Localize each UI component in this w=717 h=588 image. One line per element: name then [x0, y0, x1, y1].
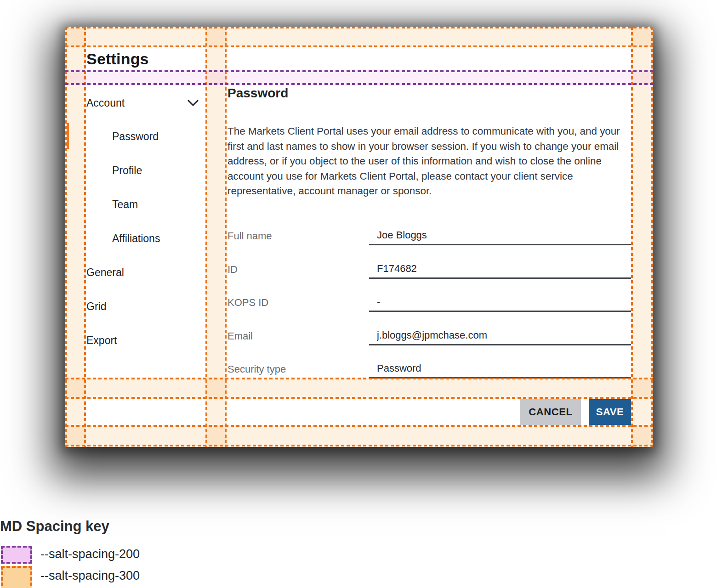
kops-id-field[interactable]: [377, 296, 631, 308]
sidebar-item-label: Affiliations: [112, 232, 160, 245]
sidebar-item-label: General: [86, 266, 124, 279]
field-label: Full name: [228, 229, 369, 242]
sidebar-item-export[interactable]: Export: [86, 330, 199, 351]
form-row-security-type: Security type: [228, 362, 631, 379]
form-row-email: Email: [228, 329, 631, 345]
legend-label-spacing-300: --salt-spacing-300: [40, 569, 140, 583]
input-underline: [369, 362, 631, 379]
sidebar-item-grid[interactable]: Grid: [86, 296, 199, 317]
sidebar-item-label: Export: [86, 334, 117, 347]
legend-swatch-spacing-200: [1, 546, 32, 564]
panel-heading: Password: [228, 86, 288, 101]
form-row-kops-id: KOPS ID: [228, 295, 631, 312]
sidebar-item-label: Password: [112, 130, 159, 143]
panel-description: The Markets Client Portal uses your emai…: [228, 124, 630, 199]
id-field[interactable]: [377, 263, 631, 275]
field-label: KOPS ID: [228, 295, 369, 309]
input-underline: [369, 229, 631, 245]
security-type-field[interactable]: [377, 362, 631, 374]
sidebar-item-team[interactable]: Team: [112, 194, 199, 215]
legend-label-spacing-200: --salt-spacing-200: [40, 547, 140, 561]
chevron-down-icon: [188, 100, 199, 106]
sidebar-item-affiliations[interactable]: Affiliations: [112, 228, 199, 249]
sidebar-item-account[interactable]: Account: [86, 93, 199, 113]
settings-dialog: Settings Account Password Profile Team A…: [65, 27, 653, 447]
email-field[interactable]: [377, 329, 631, 341]
input-underline: [369, 262, 631, 279]
sidebar-item-label: Grid: [86, 300, 106, 313]
legend-swatch-spacing-300: [1, 566, 32, 588]
legend-title: MD Spacing key: [0, 518, 109, 535]
save-button[interactable]: SAVE: [589, 399, 631, 425]
form-row-full-name: Full name: [228, 229, 631, 245]
active-item-indicator: [67, 123, 69, 149]
sidebar-item-profile[interactable]: Profile: [112, 160, 199, 181]
full-name-field[interactable]: [377, 229, 631, 241]
sidebar-item-label: Account: [86, 97, 125, 109]
cancel-button[interactable]: CANCEL: [520, 399, 581, 425]
form-row-id: ID: [228, 262, 631, 279]
sidebar-item-general[interactable]: General: [86, 262, 199, 283]
field-label: ID: [228, 262, 369, 276]
sidebar-item-label: Profile: [112, 164, 142, 177]
sidebar-item-password[interactable]: Password: [112, 126, 199, 147]
field-label: Email: [228, 329, 369, 342]
field-label: Security type: [228, 362, 369, 375]
input-underline: [369, 329, 631, 345]
sidebar-item-label: Team: [112, 198, 138, 211]
input-underline: [369, 295, 631, 312]
